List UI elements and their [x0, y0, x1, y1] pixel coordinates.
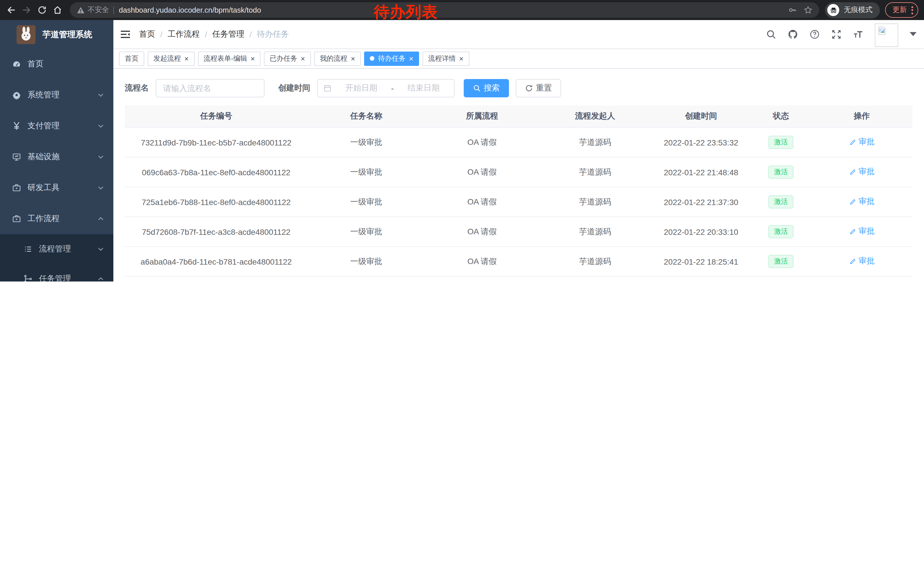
password-key-icon[interactable] — [788, 6, 797, 14]
sidebar-item-system-mgmt[interactable]: 系统管理 — [0, 80, 113, 111]
breadcrumb-workflow[interactable]: 工作流程 — [168, 29, 200, 39]
url-text: dashboard.yudao.iocoder.cn/bpm/task/todo — [119, 6, 783, 14]
tab-todo-task[interactable]: 待办任务× — [364, 51, 419, 66]
tab-form-edit[interactable]: 流程表单-编辑× — [198, 51, 261, 66]
browser-reload-icon[interactable] — [34, 2, 50, 18]
tab-close-icon[interactable]: × — [409, 55, 413, 62]
sidebar-item-infrastructure[interactable]: 基础设施 — [0, 141, 113, 173]
search-button-icon — [473, 84, 481, 92]
status-badge: 激活 — [768, 165, 794, 179]
status-badge: 激活 — [768, 225, 794, 238]
sidebar-item-task-mgmt[interactable]: 任务管理 — [0, 264, 113, 281]
col-task-id: 任务编号 — [125, 105, 308, 128]
date-range-picker[interactable]: 开始日期 - 结束日期 — [317, 79, 454, 98]
tab-close-icon[interactable]: × — [459, 55, 464, 62]
browser-update-button[interactable]: 更新 — [885, 2, 918, 18]
omnibox-divider — [113, 6, 114, 14]
tab-close-icon[interactable]: × — [250, 55, 255, 62]
cell-starter: 芋道源码 — [539, 217, 651, 246]
approve-link[interactable]: 审批 — [849, 197, 874, 207]
sidebar-item-home[interactable]: 首页 — [0, 49, 113, 80]
cell-task-id: a6aba0a4-7b6d-11ec-b781-acde48001122 — [125, 246, 308, 276]
sidebar-item-workflow[interactable]: 工作流程 — [0, 203, 113, 234]
filter-form: 流程名 创建时间 开始日期 - 结束日期 搜索 — [125, 79, 912, 98]
cell-task-id: 75d72608-7b7f-11ec-a3c8-acde48001122 — [125, 217, 308, 246]
status-badge: 激活 — [768, 195, 794, 209]
col-created: 创建时间 — [651, 105, 751, 128]
yen-icon — [12, 122, 21, 131]
bookmark-star-icon[interactable] — [804, 6, 812, 14]
tab-start-process[interactable]: 发起流程× — [148, 51, 194, 66]
chevron-down-icon — [98, 185, 104, 191]
update-label: 更新 — [892, 5, 907, 15]
table-body: 73211d9d-7b9b-11ec-b5b7-acde48001122一级审批… — [125, 128, 912, 281]
cell-task-name: 一级审批 — [308, 246, 425, 276]
app-title: 芋道管理系统 — [42, 29, 92, 40]
cell-created: 2022-01-22 21:37:30 — [651, 187, 751, 217]
reset-button[interactable]: 重置 — [516, 79, 561, 98]
avatar-caret-icon[interactable] — [910, 32, 916, 36]
topbar-icons — [766, 21, 924, 47]
start-date-placeholder[interactable]: 开始日期 — [337, 83, 386, 93]
browser-back-icon[interactable] — [3, 2, 19, 18]
address-bar[interactable]: 不安全 dashboard.yudao.iocoder.cn/bpm/task/… — [70, 2, 819, 18]
incognito-label: 无痕模式 — [844, 5, 873, 15]
cell-task-name: 一级审批 — [308, 157, 425, 187]
approve-link[interactable]: 审批 — [849, 256, 874, 267]
table-row: 8f0d1619-7ac8-11ec-a9e2-a2380e71991a1.2测… — [125, 276, 912, 281]
app-logo[interactable]: 芋道管理系统 — [0, 20, 113, 49]
approve-link[interactable]: 审批 — [849, 137, 874, 147]
cell-task-name: 一级审批 — [308, 187, 425, 217]
cell-starter: 芋道源码 — [539, 157, 651, 187]
font-size-icon[interactable] — [853, 29, 863, 39]
fullscreen-icon[interactable] — [831, 29, 842, 39]
tab-home[interactable]: 首页 — [119, 51, 144, 66]
edit-pencil-icon — [849, 198, 856, 206]
table-row: 069c6a63-7b8a-11ec-8ef0-acde48001122一级审批… — [125, 157, 912, 187]
col-task-name: 任务名称 — [308, 105, 425, 128]
browser-forward-icon[interactable] — [19, 2, 34, 18]
cell-process: OA 请假 — [425, 128, 539, 157]
sidebar-item-payment-mgmt[interactable]: 支付管理 — [0, 111, 113, 141]
security-warning-icon — [77, 6, 85, 14]
cell-task-id: 73211d9d-7b9b-11ec-b5b7-acde48001122 — [125, 128, 308, 157]
search-button[interactable]: 搜索 — [464, 79, 509, 98]
tab-close-icon[interactable]: × — [184, 55, 189, 62]
tab-close-icon[interactable]: × — [351, 55, 355, 62]
cell-starter: 芋道源码 — [539, 128, 651, 157]
col-process: 所属流程 — [425, 105, 539, 128]
monitor-icon — [12, 152, 21, 162]
tab-close-icon[interactable]: × — [300, 55, 305, 62]
edit-pencil-icon — [849, 168, 856, 176]
main-area: 首页 / 工作流程 / 任务管理 / 待办任务 — [113, 20, 924, 281]
sidebar-fold-icon[interactable] — [120, 30, 130, 39]
browser-home-icon[interactable] — [50, 2, 65, 18]
process-name-input[interactable] — [156, 79, 264, 98]
active-tab-dot — [370, 56, 375, 61]
approve-link[interactable]: 审批 — [849, 227, 874, 237]
col-starter: 流程发起人 — [539, 105, 651, 128]
cell-task-name: 1.2 — [308, 276, 425, 281]
incognito-badge: 无痕模式 — [825, 2, 880, 18]
breadcrumb-home[interactable]: 首页 — [139, 29, 155, 39]
end-date-placeholder[interactable]: 结束日期 — [399, 83, 448, 93]
github-icon[interactable] — [788, 29, 798, 39]
chevron-down-icon — [98, 123, 104, 129]
tab-done-task[interactable]: 已办任务× — [264, 51, 310, 66]
breadcrumb-task-mgmt[interactable]: 任务管理 — [212, 29, 244, 39]
cell-starter: 芋道源码 — [539, 276, 651, 281]
cell-starter: 芋道源码 — [539, 187, 651, 217]
cell-created: 2022-01-21 22:43:55 — [651, 276, 751, 281]
tab-process-detail[interactable]: 流程详情× — [423, 51, 469, 66]
tab-my-process[interactable]: 我的流程× — [314, 51, 361, 66]
help-icon[interactable] — [810, 29, 820, 39]
sidebar-item-process-mgmt[interactable]: 流程管理 — [0, 234, 113, 264]
avatar[interactable] — [875, 24, 898, 47]
create-time-label: 创建时间 — [278, 83, 310, 93]
approve-link[interactable]: 审批 — [849, 167, 874, 177]
search-icon[interactable] — [766, 29, 776, 39]
sidebar-item-dev-tools[interactable]: 研发工具 — [0, 173, 113, 203]
cell-created: 2022-01-22 18:25:41 — [651, 246, 751, 276]
browser-menu-dots-icon[interactable] — [911, 6, 913, 14]
briefcase-icon — [12, 214, 21, 224]
